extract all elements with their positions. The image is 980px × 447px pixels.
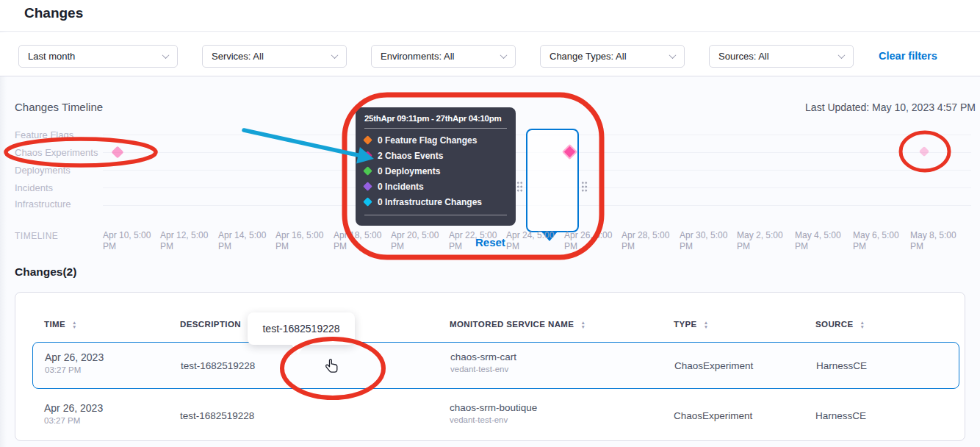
page-title: Changes xyxy=(24,5,83,21)
time-cell: Apr 26, 2023 03:27 PM xyxy=(45,351,104,374)
tooltip-item-label: 0 Feature Flag Changes xyxy=(378,135,477,146)
timeline-title: Changes Timeline xyxy=(15,101,103,113)
axis-tick: May 6, 5:00 xyxy=(853,230,913,241)
services-dropdown[interactable]: Services: All xyxy=(202,45,347,68)
axis-tick: Apr 16, 5:00 xyxy=(275,230,336,241)
chaos-diamond-icon xyxy=(363,151,372,160)
axis-tick-meridiem: PM xyxy=(737,241,797,252)
description-hover-tooltip: test-1682519228 xyxy=(248,312,355,345)
axis-tick: May 4, 5:00 xyxy=(795,230,855,241)
infrastructure-diamond-icon xyxy=(363,197,372,207)
timeline-row-incidents: Incidents xyxy=(15,182,53,193)
environments-value: Environments: All xyxy=(381,51,454,62)
monitored-service-cell: chaos-srm-cart vedant-test-env xyxy=(450,351,516,373)
axis-tick: May 2, 5:00 xyxy=(737,230,797,241)
tooltip-item-label: 0 Deployments xyxy=(378,166,440,176)
reset-button[interactable]: Reset xyxy=(475,236,505,248)
sort-icon[interactable]: ▲▼ xyxy=(72,321,77,329)
timeline-row-feature-flags: Feature Flags xyxy=(15,129,73,140)
axis-tick-meridiem: PM xyxy=(391,241,451,252)
deployment-diamond-icon xyxy=(363,166,372,176)
timeline-brush-selection[interactable] xyxy=(526,129,579,232)
table-row[interactable]: Apr 26, 2023 03:27 PM test-1682519228 ch… xyxy=(32,394,959,438)
time-range-value: Last month xyxy=(28,51,75,62)
chevron-down-icon xyxy=(162,51,170,59)
description-cell: test-1682519228 xyxy=(180,410,254,421)
axis-tick-meridiem: PM xyxy=(334,241,394,252)
column-header-source[interactable]: SOURCE ▲▼ xyxy=(815,320,865,329)
filter-bar: Last month Services: All Environments: A… xyxy=(0,32,980,76)
feature-flag-diamond-icon xyxy=(363,135,372,145)
column-header-time[interactable]: TIME ▲▼ xyxy=(44,320,77,329)
timeline-axis-label: TIMELINE xyxy=(15,231,58,241)
monitored-service-cell: chaos-srm-boutique vedant-test-env xyxy=(450,402,537,424)
chaos-event-diamond-marker[interactable] xyxy=(919,146,929,157)
axis-tick: Apr 26, 5:00 xyxy=(564,230,624,241)
timeline-range-tooltip: 25thApr 09:11pm - 27thApr 04:10pm 0 Feat… xyxy=(356,107,516,226)
description-cell: test-1682519228 xyxy=(181,360,255,371)
tooltip-item-label: 0 Infrastructure Changes xyxy=(378,197,482,207)
axis-tick-meridiem: PM xyxy=(103,241,163,252)
axis-tick: Apr 10, 5:00 xyxy=(103,230,163,241)
axis-tick: Apr 18, 5:00 xyxy=(334,230,394,241)
axis-tick: Apr 30, 5:00 xyxy=(680,230,740,241)
brush-right-handle[interactable] xyxy=(581,181,588,193)
axis-tick-meridiem: PM xyxy=(621,241,682,252)
column-header-type[interactable]: TYPE ▲▼ xyxy=(674,320,708,329)
top-bar: Changes xyxy=(0,0,980,32)
chaos-event-diamond-marker[interactable] xyxy=(112,146,124,159)
incident-diamond-icon xyxy=(363,182,372,191)
axis-tick: Apr 28, 5:00 xyxy=(621,230,682,241)
tooltip-incidents-item: 0 Incidents xyxy=(364,179,507,194)
clear-filters-link[interactable]: Clear filters xyxy=(879,50,937,62)
axis-tick-meridiem: PM xyxy=(564,241,624,252)
timeline-row-infrastructure: Infrastructure xyxy=(15,199,71,210)
tooltip-deployments-item: 0 Deployments xyxy=(364,163,507,179)
axis-tick-meridiem: PM xyxy=(275,241,336,252)
type-cell: ChaosExperiment xyxy=(674,360,753,371)
column-header-monitored-service[interactable]: MONITORED SERVICE NAME ▲▼ xyxy=(450,320,586,329)
axis-tick-meridiem: PM xyxy=(680,241,740,252)
timeline-row-deployments: Deployments xyxy=(15,165,71,176)
axis-tick-meridiem: PM xyxy=(910,241,970,252)
source-cell: HarnessCE xyxy=(815,410,866,421)
tooltip-chaos-events-item: 2 Chaos Events xyxy=(364,148,507,163)
chevron-down-icon xyxy=(500,51,508,59)
sort-icon[interactable]: ▲▼ xyxy=(580,321,586,329)
changes-count-title: Changes(2) xyxy=(15,265,76,279)
tooltip-divider xyxy=(364,128,507,129)
timeline-row-chaos-experiments: Chaos Experiments xyxy=(15,147,98,158)
axis-tick: May 8, 5:00 xyxy=(910,230,970,241)
time-cell: Apr 26, 2023 03:27 PM xyxy=(44,402,103,425)
column-header-description[interactable]: DESCRIPTION ▲▼ xyxy=(180,320,253,329)
chevron-down-icon xyxy=(669,51,677,59)
axis-tick-meridiem: PM xyxy=(853,241,913,252)
environments-dropdown[interactable]: Environments: All xyxy=(371,45,516,68)
time-range-dropdown[interactable]: Last month xyxy=(18,45,178,68)
tooltip-item-label: 2 Chaos Events xyxy=(378,151,443,161)
source-cell: HarnessCE xyxy=(816,360,867,371)
axis-tick-meridiem: PM xyxy=(506,241,566,252)
axis-tick: Apr 24, 5:00 xyxy=(506,230,566,241)
axis-tick-meridiem: PM xyxy=(218,241,278,252)
sort-icon[interactable]: ▲▼ xyxy=(704,321,709,329)
axis-tick: Apr 20, 5:00 xyxy=(391,230,451,241)
axis-tick: Apr 14, 5:00 xyxy=(218,230,278,241)
sort-icon[interactable]: ▲▼ xyxy=(860,321,865,329)
chevron-down-icon xyxy=(331,51,339,59)
table-row[interactable]: Apr 26, 2023 03:27 PM test-1682519228 ch… xyxy=(32,342,959,389)
axis-tick: Apr 12, 5:00 xyxy=(160,230,220,241)
sources-dropdown[interactable]: Sources: All xyxy=(709,45,854,68)
type-cell: ChaosExperiment xyxy=(674,410,752,421)
axis-tick-meridiem: PM xyxy=(160,241,220,252)
tooltip-range-text: 25thApr 09:11pm - 27thApr 04:10pm xyxy=(364,114,507,123)
services-value: Services: All xyxy=(212,51,264,62)
change-types-dropdown[interactable]: Change Types: All xyxy=(540,45,685,68)
change-types-value: Change Types: All xyxy=(550,51,627,62)
brush-left-handle[interactable] xyxy=(516,181,523,193)
last-updated-text: Last Updated: May 10, 2023 4:57 PM xyxy=(805,101,976,113)
changes-page: Changes Last month Services: All Environ… xyxy=(0,0,980,447)
sources-value: Sources: All xyxy=(718,51,769,62)
tooltip-item-label: 0 Incidents xyxy=(378,182,424,192)
axis-tick-meridiem: PM xyxy=(795,241,855,252)
